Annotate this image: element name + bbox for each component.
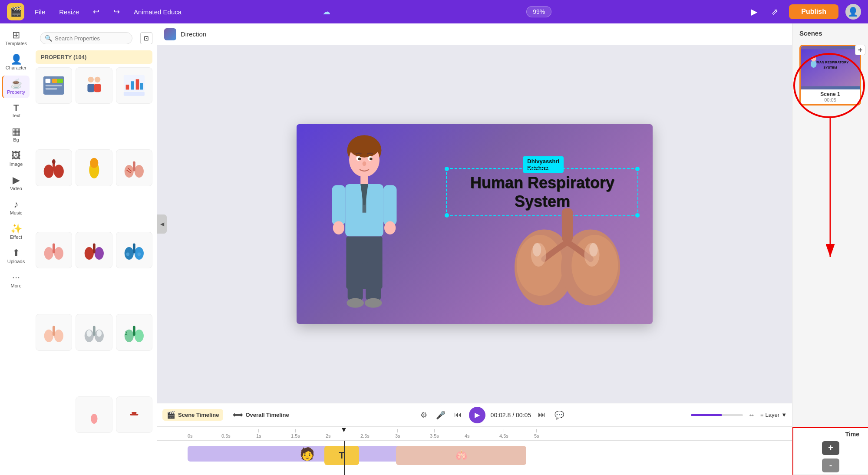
effect-icon: ✨ xyxy=(10,224,22,234)
sidebar-item-property[interactable]: ☕ Property xyxy=(2,76,30,98)
search-properties-input[interactable] xyxy=(55,35,128,42)
volume-slider[interactable] xyxy=(691,414,743,416)
expand-btn[interactable]: ⊡ xyxy=(140,32,152,44)
svg-point-69 xyxy=(384,221,396,234)
svg-point-83 xyxy=(589,243,597,257)
grid-item-people[interactable] xyxy=(76,67,112,104)
sidebar-item-uploads[interactable]: ⬆ Uploads xyxy=(2,245,30,267)
svg-rect-13 xyxy=(131,82,134,90)
grid-item-red-detail-lungs[interactable] xyxy=(76,232,112,268)
sidebar-item-music[interactable]: ♪ Music xyxy=(2,196,30,219)
grid-item-anatomy[interactable] xyxy=(76,314,112,350)
time-label: Time xyxy=(845,431,868,438)
svg-rect-11 xyxy=(124,92,145,96)
subtitle-btn[interactable]: 💬 xyxy=(553,409,566,422)
grid-item-green-lungs[interactable] xyxy=(116,314,152,350)
overall-timeline-tab[interactable]: ⟺ Overall Timeline xyxy=(228,409,293,421)
svg-text:HUMAN RESPIRATORY: HUMAN RESPIRATORY xyxy=(812,60,849,64)
grid-item-yellow-shape[interactable] xyxy=(76,149,112,186)
ruler-tick-4.5s: 4.5s xyxy=(499,427,508,440)
svg-rect-35 xyxy=(133,244,135,254)
handle-tr[interactable] xyxy=(635,167,640,171)
svg-point-28 xyxy=(54,247,63,260)
add-scene-button[interactable]: + xyxy=(855,45,865,55)
svg-point-17 xyxy=(54,165,64,178)
grid-item-small-pink[interactable] xyxy=(76,396,112,433)
undo-btn[interactable]: ↩ xyxy=(89,5,103,18)
text-track[interactable]: T xyxy=(324,446,359,465)
sidebar-item-templates[interactable]: ⊞ Templates xyxy=(2,27,30,49)
scene-1-card[interactable]: HUMAN RESPIRATORY SYSTEM Scene 1 00:05 xyxy=(799,45,861,106)
text-icon: T xyxy=(13,103,19,112)
handle-bl[interactable] xyxy=(445,213,449,218)
main-canvas: DhivyasshriKrishna Human Respiratory Sys… xyxy=(297,124,653,324)
character-track[interactable]: 🧑 xyxy=(188,446,426,462)
publish-button[interactable]: Publish xyxy=(789,4,838,19)
handle-tl[interactable] xyxy=(445,167,449,171)
sidebar-item-bg[interactable]: ▦ Bg xyxy=(2,123,30,146)
svg-text:SYSTEM: SYSTEM xyxy=(823,66,837,69)
svg-point-39 xyxy=(54,330,63,342)
resize-menu[interactable]: Resize xyxy=(56,7,83,17)
sidebar-item-character[interactable]: 👤 Character xyxy=(2,51,30,74)
scene-1-time: 00:05 xyxy=(804,97,856,102)
sidebar-item-more[interactable]: ··· More xyxy=(2,269,30,292)
music-icon: ♪ xyxy=(14,200,19,209)
layers-icon: ≡ xyxy=(760,412,764,418)
svg-rect-7 xyxy=(87,84,94,92)
main-area: ⊞ Templates 👤 Character ☕ Property T Tex… xyxy=(0,23,868,475)
play-button[interactable]: ▶ xyxy=(469,407,485,423)
mic-btn[interactable]: 🎤 xyxy=(434,409,447,422)
grid-item-control[interactable] xyxy=(36,67,72,104)
share-btn[interactable]: ⇗ xyxy=(768,5,782,19)
skip-forward-btn[interactable]: ⏭ xyxy=(536,409,548,421)
sidebar-label-image: Image xyxy=(10,162,23,167)
svg-point-68 xyxy=(333,221,344,234)
user-avatar[interactable]: 👤 xyxy=(845,4,861,20)
logo[interactable]: 🎬 xyxy=(7,3,24,20)
grid-item-pink-lungs[interactable] xyxy=(36,232,72,268)
direction-icon xyxy=(164,28,176,40)
sidebar-label-more: More xyxy=(10,283,21,288)
svg-point-37 xyxy=(138,253,141,256)
handle-br[interactable] xyxy=(635,213,640,218)
svg-rect-53 xyxy=(132,412,137,414)
scene-1-label: Scene 1 xyxy=(804,91,856,97)
grid-item-chart[interactable] xyxy=(116,67,152,104)
ruler-tick-2.5s: 2.5s xyxy=(360,427,370,440)
file-menu[interactable]: File xyxy=(31,7,49,17)
skip-back-btn[interactable]: ⏮ xyxy=(452,409,464,421)
time-add-btn[interactable]: + xyxy=(822,441,839,455)
scene-timeline-tab[interactable]: 🎬 Scene Timeline xyxy=(162,409,223,421)
svg-rect-79 xyxy=(562,208,573,242)
svg-point-51 xyxy=(91,414,97,424)
time-sub-btn[interactable]: - xyxy=(822,459,839,472)
svg-rect-48 xyxy=(133,326,135,336)
direction-label: Direction xyxy=(181,30,206,38)
sidebar-label-templates: Templates xyxy=(5,41,27,46)
sidebar-item-video[interactable]: ▶ Video xyxy=(2,172,30,195)
zoom-control[interactable]: 99% xyxy=(526,6,551,17)
sidebar-label-music: Music xyxy=(10,210,23,215)
layer-button[interactable]: ≡ Layer ▼ xyxy=(760,412,787,418)
play-preview-btn[interactable]: ▶ xyxy=(747,5,761,19)
sidebar-item-image[interactable]: 🖼 Image xyxy=(2,148,30,170)
grid-item-blue-lungs[interactable] xyxy=(116,232,152,268)
sidebar-item-text[interactable]: T Text xyxy=(2,100,30,122)
svg-point-6 xyxy=(88,77,93,82)
ruler-tick-4s: 4s xyxy=(465,427,470,440)
grid-item-small-red[interactable] xyxy=(116,396,152,433)
sidebar-item-effect[interactable]: ✨ Effect xyxy=(2,221,30,243)
collapse-panel-btn[interactable]: ◀ xyxy=(157,214,167,234)
grid-item-light-lungs[interactable] xyxy=(36,314,72,350)
grid-item-detailed-lungs[interactable] xyxy=(116,149,152,186)
lungs-track[interactable]: 🫁 xyxy=(396,446,526,465)
redo-btn[interactable]: ↪ xyxy=(110,5,123,18)
sidebar-label-video: Video xyxy=(10,186,22,191)
settings-btn[interactable]: ⚙ xyxy=(419,409,429,422)
sidebar-icons: ⊞ Templates 👤 Character ☕ Property T Tex… xyxy=(0,23,31,475)
svg-rect-24 xyxy=(133,161,135,171)
svg-point-87 xyxy=(811,60,817,68)
grid-item-red-lungs[interactable] xyxy=(36,149,72,186)
svg-rect-72 xyxy=(366,262,381,300)
